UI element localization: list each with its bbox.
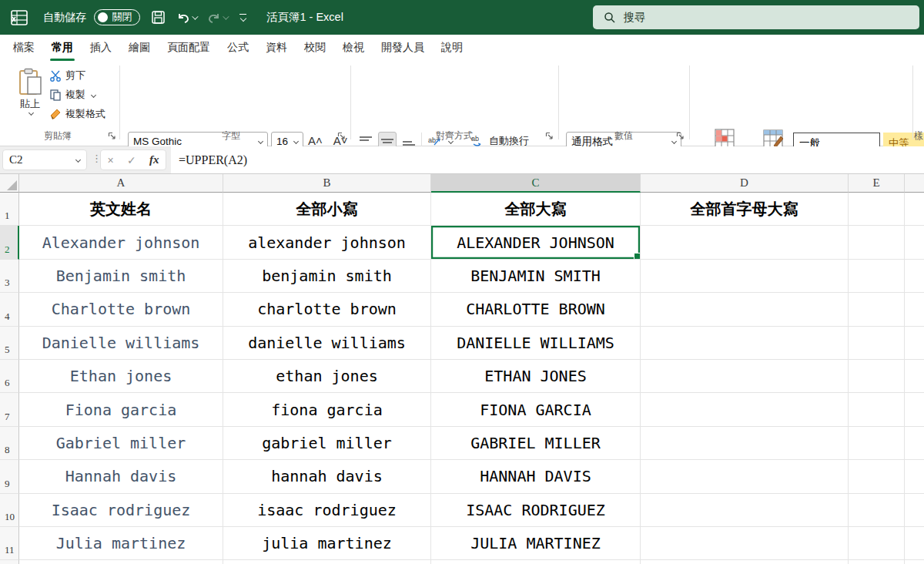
cell-b4[interactable]: charlotte brown <box>223 293 431 326</box>
undo-dropdown-icon[interactable] <box>192 13 198 19</box>
cell-f10[interactable] <box>905 494 924 527</box>
name-box[interactable]: C2 <box>2 149 87 170</box>
cell-f1[interactable] <box>905 193 924 226</box>
cell-b9[interactable]: hannah davis <box>223 460 431 493</box>
cell-d3[interactable] <box>641 260 849 293</box>
cell-f3[interactable] <box>905 260 924 293</box>
cell-d4[interactable] <box>641 293 849 326</box>
cell-e3[interactable] <box>849 260 905 293</box>
cell-d8[interactable] <box>641 427 849 460</box>
cell-b5[interactable]: danielle williams <box>223 327 431 360</box>
cell-a11[interactable]: Julia martinez <box>19 527 223 560</box>
cell-c12[interactable] <box>431 560 641 564</box>
cell-d7[interactable] <box>641 393 849 426</box>
tab-page-layout[interactable]: 頁面配置 <box>159 35 219 61</box>
cell-e2[interactable] <box>849 226 905 259</box>
enter-icon[interactable]: ✓ <box>127 154 136 166</box>
row-header-12[interactable] <box>0 560 19 564</box>
save-button[interactable] <box>151 10 166 25</box>
cell-e11[interactable] <box>849 527 905 560</box>
cell-b1[interactable]: 全部小寫 <box>223 193 431 226</box>
format-painter-button[interactable]: 複製格式 <box>49 107 105 121</box>
cell-d1[interactable]: 全部首字母大寫 <box>641 193 849 226</box>
cell-a9[interactable]: Hannah davis <box>19 460 223 493</box>
cell-b3[interactable]: benjamin smith <box>223 260 431 293</box>
cell-d9[interactable] <box>641 460 849 493</box>
tab-help[interactable]: 說明 <box>433 35 471 61</box>
cell-b2[interactable]: alexander johnson <box>223 226 431 259</box>
cell-c9[interactable]: HANNAH DAVIS <box>431 460 641 493</box>
row-header-8[interactable]: 8 <box>0 427 19 460</box>
cell-e12[interactable] <box>849 560 905 564</box>
column-header-a[interactable]: A <box>19 174 223 193</box>
row-header-5[interactable]: 5 <box>0 327 19 360</box>
cell-a12[interactable] <box>19 560 223 564</box>
cell-c3[interactable]: BENJAMIN SMITH <box>431 260 641 293</box>
cell-a7[interactable]: Fiona garcia <box>19 393 223 426</box>
cell-c8[interactable]: GABRIEL MILLER <box>431 427 641 460</box>
cell-c7[interactable]: FIONA GARCIA <box>431 393 641 426</box>
cell-b6[interactable]: ethan jones <box>223 360 431 393</box>
column-header-d[interactable]: D <box>641 174 849 193</box>
cell-c6[interactable]: ETHAN JONES <box>431 360 641 393</box>
cell-d5[interactable] <box>641 327 849 360</box>
tab-home[interactable]: 常用 <box>43 35 82 61</box>
tab-developer[interactable]: 開發人員 <box>373 35 433 61</box>
cell-f8[interactable] <box>905 427 924 460</box>
row-header-11[interactable]: 11 <box>0 527 19 560</box>
paste-dropdown-icon[interactable] <box>28 110 34 116</box>
cell-b10[interactable]: isaac rodriguez <box>223 494 431 527</box>
row-header-4[interactable]: 4 <box>0 293 19 326</box>
column-header-e[interactable]: E <box>849 174 905 193</box>
row-header-2[interactable]: 2 <box>0 226 19 259</box>
select-all-button[interactable] <box>0 174 19 193</box>
paste-button[interactable]: 貼上 <box>12 68 48 115</box>
insert-function-icon[interactable]: fx <box>149 153 159 166</box>
selected-cell-c2[interactable]: ALEXANDER JOHNSON <box>431 226 641 259</box>
number-dialog-launcher[interactable] <box>676 132 685 141</box>
cell-c1[interactable]: 全部大寫 <box>431 193 641 226</box>
tab-view[interactable]: 檢視 <box>334 35 373 61</box>
row-header-10[interactable]: 10 <box>0 494 19 527</box>
cell-c4[interactable]: CHARLOTTE BROWN <box>431 293 641 326</box>
column-header-partial[interactable] <box>905 174 924 193</box>
undo-button[interactable] <box>176 11 196 25</box>
row-header-3[interactable]: 3 <box>0 260 19 293</box>
tab-file[interactable]: 檔案 <box>5 35 43 61</box>
clipboard-dialog-launcher[interactable] <box>108 132 117 141</box>
font-size-dropdown-icon[interactable] <box>293 139 299 144</box>
cell-f12[interactable] <box>905 560 924 564</box>
cell-f6[interactable] <box>905 360 924 393</box>
cell-d12[interactable] <box>641 560 849 564</box>
cell-f11[interactable] <box>905 527 924 560</box>
tab-review[interactable]: 校閱 <box>296 35 334 61</box>
column-header-b[interactable]: B <box>223 174 431 193</box>
row-header-9[interactable]: 9 <box>0 460 19 493</box>
cell-f9[interactable] <box>905 460 924 493</box>
excel-app-icon[interactable] <box>9 8 29 28</box>
cut-button[interactable]: 剪下 <box>49 69 105 82</box>
cell-e5[interactable] <box>849 327 905 360</box>
cell-a5[interactable]: Danielle williams <box>19 327 223 360</box>
tab-formulas[interactable]: 公式 <box>219 35 257 61</box>
font-dialog-launcher[interactable] <box>337 132 346 141</box>
tab-data[interactable]: 資料 <box>257 35 296 61</box>
search-input[interactable]: 搜尋 <box>593 5 919 29</box>
copy-dropdown-icon[interactable] <box>91 92 96 97</box>
increase-font-size-button[interactable]: A˄ <box>308 134 323 147</box>
cell-f4[interactable] <box>905 293 924 326</box>
row-header-6[interactable]: 6 <box>0 360 19 393</box>
alignment-dialog-launcher[interactable] <box>545 132 554 141</box>
cell-d11[interactable] <box>641 527 849 560</box>
cell-f2[interactable] <box>905 226 924 259</box>
cell-d6[interactable] <box>641 360 849 393</box>
cell-c11[interactable]: JULIA MARTINEZ <box>431 527 641 560</box>
cancel-icon[interactable]: × <box>108 154 114 166</box>
name-box-dropdown-icon[interactable] <box>75 157 81 163</box>
cell-e4[interactable] <box>849 293 905 326</box>
cell-d2[interactable] <box>641 226 849 259</box>
formula-input[interactable]: =UPPER(A2) <box>171 146 924 173</box>
cell-c5[interactable]: DANIELLE WILLIAMS <box>431 327 641 360</box>
cell-a3[interactable]: Benjamin smith <box>19 260 223 293</box>
quick-access-toolbar-menu[interactable] <box>239 14 246 22</box>
